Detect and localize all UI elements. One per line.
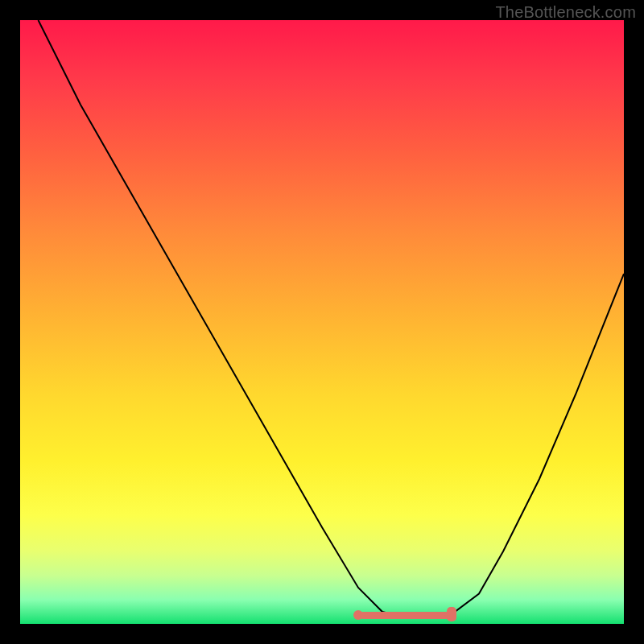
chart-plot-area [20, 20, 624, 624]
optimal-range-end-marker [447, 607, 456, 621]
optimal-range-bar [360, 612, 450, 619]
watermark-text: TheBottleneck.com [495, 3, 636, 22]
curve-line [39, 20, 625, 618]
bottleneck-curve [20, 20, 624, 624]
